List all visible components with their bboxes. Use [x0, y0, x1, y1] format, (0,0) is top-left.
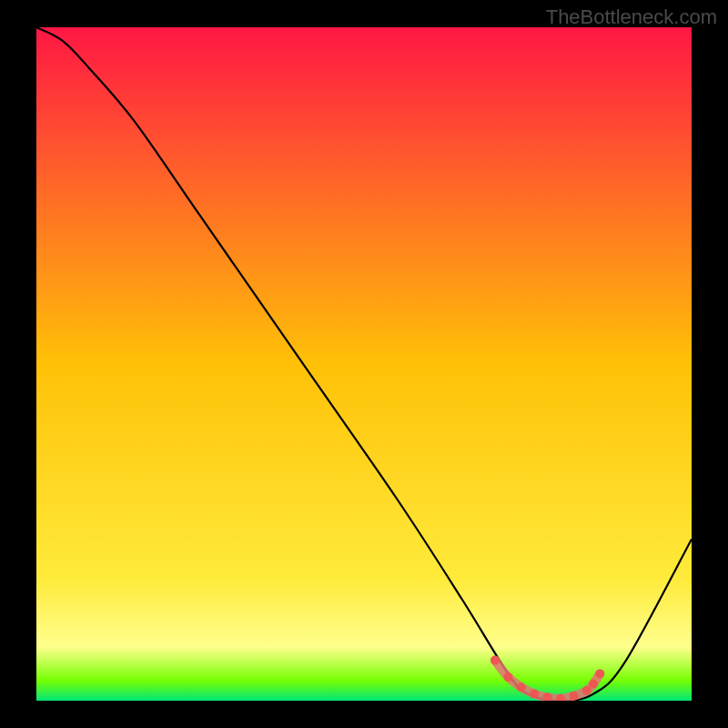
plot-area: [36, 27, 692, 701]
svg-point-7: [582, 686, 592, 695]
svg-point-0: [490, 656, 500, 665]
svg-point-2: [517, 682, 526, 692]
chart-container: TheBottleneck.com: [0, 0, 728, 728]
svg-point-6: [569, 692, 578, 701]
svg-point-1: [503, 672, 512, 682]
chart-svg: [36, 27, 692, 701]
gradient-background: [36, 27, 692, 701]
svg-point-8: [589, 680, 598, 689]
watermark-text: TheBottleneck.com: [546, 5, 717, 29]
svg-point-9: [595, 669, 604, 678]
svg-point-3: [530, 690, 539, 699]
